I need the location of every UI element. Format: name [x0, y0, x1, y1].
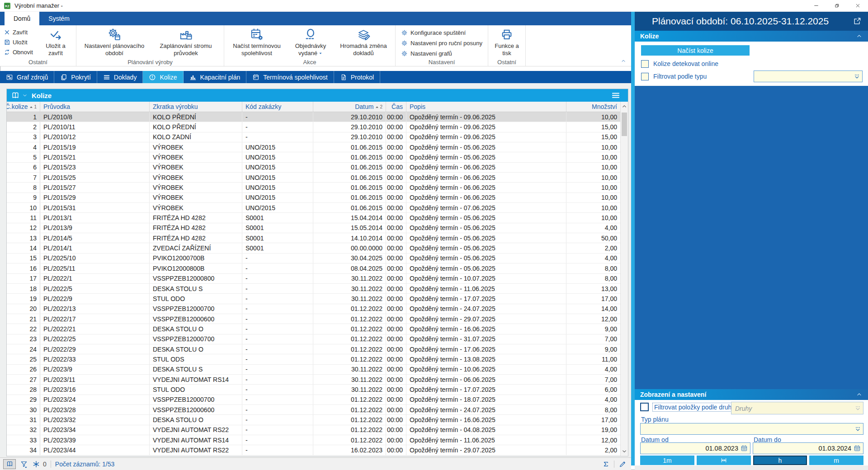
ribbon-button-nastaveni-planovaciho-obdobi[interactable]: Nastavení plánovacího období [80, 26, 149, 57]
view-tab-terminova-spolehlivost[interactable]: Termínová spolehlivost [246, 71, 334, 83]
table-row[interactable]: 29PL/2023/24VSSPPZEB12000700-01.12.20220… [7, 395, 620, 405]
collision-type-combo[interactable] [754, 70, 863, 82]
scroll-down-icon[interactable] [621, 448, 627, 454]
view-tab-doklady[interactable]: Doklady [97, 71, 143, 83]
ribbon-button-ulozit[interactable]: Uložit [4, 38, 36, 46]
grid-menu-icon[interactable] [611, 91, 621, 100]
druhy-combo[interactable]: Druhy [731, 402, 863, 414]
column-header-datum[interactable]: Datum2 [313, 102, 386, 112]
table-row[interactable]: 17PL/2022/1VSSPPZEB12000800-30.11.202200… [7, 274, 620, 284]
restore-button[interactable] [826, 0, 847, 11]
filter-by-kind-checkbox[interactable] [640, 403, 649, 411]
view-tab-kolize[interactable]: Kolize [143, 71, 183, 83]
datum-od-input[interactable]: 01.08.2023 [640, 442, 750, 454]
grid-scrollbar[interactable] [620, 102, 628, 456]
table-row[interactable]: 16PL/2025/11PVIKO12000800B-08.04.202500:… [7, 263, 620, 273]
table-row[interactable]: 4PL/2015/19VÝROBEKUNO/201501.06.201500:0… [7, 142, 620, 152]
table-row[interactable]: 21PL/2022/17VSSPPZEB12000600-01.12.20220… [7, 314, 620, 324]
table-row[interactable]: 11PL/2013/1FRITÉZA HD 4282S000115.04.201… [7, 213, 620, 223]
table-row[interactable]: 31PL/2023/32DESKA STOLU O-01.12.202200:0… [7, 415, 620, 425]
ribbon-button-zaplanovani-stromu-pruvodek[interactable]: Zaplánování stromu průvodek [151, 26, 220, 57]
table-row[interactable]: 23PL/2022/25VSSPPZEB12000700-01.12.20220… [7, 334, 620, 344]
panel-divider[interactable] [631, 12, 635, 465]
view-mode-button[interactable] [3, 459, 16, 469]
column-header-kod-zakazky[interactable]: Kód zakázky [242, 102, 313, 112]
online-detect-checkbox[interactable] [641, 60, 649, 68]
column-header-mnozstvi[interactable]: Množství [566, 102, 620, 112]
ribbon-button-hromadna-zmena-dokladu[interactable]: Hromadná změna dokladů [335, 26, 392, 57]
zoom-button-1m[interactable]: 1m [640, 456, 694, 465]
view-tab-pokryti[interactable]: Pokrytí [54, 71, 97, 83]
table-row[interactable]: 32PL/2023/34VYDEJNI AUTOMAT RS22-01.12.2… [7, 425, 620, 435]
typ-planu-combo[interactable] [640, 423, 863, 435]
sum-icon[interactable] [602, 460, 610, 468]
table-row[interactable]: 15PL/2025/10PVIKO12000700B-30.04.202500:… [7, 254, 620, 263]
load-collisions-button[interactable]: Načíst kolize [641, 45, 750, 56]
calendar-picker-icon[interactable] [854, 445, 861, 452]
column-header-pruvodka[interactable]: Průvodka [40, 102, 150, 112]
table-row[interactable]: 33PL/2023/39VYDEJNI AUTOMAT RS14-01.12.2… [7, 435, 620, 445]
table-row[interactable]: 14PL/2014/1ZVEDACÍ ZAŘÍZENÍS000100.00.00… [7, 243, 620, 253]
ribbon-button-ulozit-a-zavrit[interactable]: Uložit a zavřít [39, 26, 72, 57]
column-header-popis[interactable]: Popis [406, 102, 566, 112]
view-tab-protokol[interactable]: Protokol [334, 71, 380, 83]
table-row[interactable]: 34PL/2023/44VYDEJNI AUTOMAT RS22-16.02.2… [7, 445, 620, 455]
ribbon-button-funkce-a-tisk[interactable]: Funkce a tisk [492, 26, 522, 57]
ribbon-tab-domu[interactable]: Domů [5, 12, 39, 25]
close-button[interactable] [847, 0, 868, 11]
scrollbar-thumb[interactable] [622, 113, 627, 136]
scroll-up-icon[interactable] [621, 103, 627, 109]
table-row[interactable]: 25PL/2022/33STUL ODS-01.12.202200:00Opož… [7, 354, 620, 364]
table-row[interactable]: 6PL/2015/23VÝROBEKUNO/201501.06.201500:0… [7, 163, 620, 173]
table-row[interactable]: 19PL/2022/9STUL ODO-30.11.202200:00Opožd… [7, 294, 620, 304]
ribbon-collapse-icon[interactable] [620, 58, 627, 64]
table-row[interactable]: 27PL/2023/11VYDEJNI AUTOMAT RS14-30.11.2… [7, 375, 620, 385]
table-row[interactable]: 10PL/2015/31VÝROBEKUNO/201501.06.201500:… [7, 203, 620, 213]
datum-do-input[interactable]: 01.03.2024 [753, 442, 863, 454]
table-row[interactable]: 20PL/2022/13VSSPPZEB12000700-01.12.20220… [7, 304, 620, 314]
ribbon-button-nastaveni-grafu[interactable]: Nastavení grafů [401, 50, 482, 57]
book-icon[interactable] [11, 91, 20, 100]
zoom-button-m[interactable]: m [809, 456, 863, 465]
view-tab-kapacitni-plan[interactable]: Kapacitní plán [184, 71, 247, 83]
external-link-icon[interactable] [853, 17, 862, 26]
filter-by-type-checkbox[interactable] [641, 73, 649, 80]
ribbon-tab-system[interactable]: Systém [39, 12, 79, 25]
ribbon-button-konfigurace-spusteni[interactable]: Konfigurace spuštění [401, 29, 482, 36]
edit-pencil-icon[interactable] [618, 460, 627, 468]
kolize-section-header[interactable]: Kolize [635, 31, 868, 42]
ribbon-button-obnovit[interactable]: Obnovit [4, 48, 36, 56]
zobrazeni-section-header[interactable]: Zobrazení a nastavení [635, 389, 868, 400]
collapse-chevron-icon[interactable] [856, 33, 863, 39]
ribbon-button-nacist-terminovou-spolehlivost[interactable]: Načíst termínovou spolehlivost [228, 26, 286, 57]
table-row[interactable]: 28PL/2023/16STUL ODO-30.11.202200:00Opož… [7, 385, 620, 395]
table-row[interactable]: 22PL/2022/21DESKA STOLU O-01.12.202200:0… [7, 324, 620, 334]
table-row[interactable]: 26PL/2023/9DESKA STOLU S-30.11.202200:00… [7, 365, 620, 375]
ribbon-button-zavrit[interactable]: Zavřít [4, 28, 36, 36]
calendar-picker-icon[interactable] [741, 445, 748, 452]
ribbon-button-objednavky-vydane[interactable]: Objednávky vydané [288, 26, 333, 57]
table-row[interactable]: 12PL/2013/9FRITÉZA HD 4282S000115.05.201… [7, 223, 620, 233]
column-header-zkratka-vyrobku[interactable]: Zkratka výrobku [150, 102, 242, 112]
asterisk-icon[interactable] [32, 460, 40, 468]
column-header-c-kolize[interactable]: Č.kolize1 [7, 102, 40, 112]
table-row[interactable]: 8PL/2015/27VÝROBEKUNO/201501.06.201500:0… [7, 183, 620, 193]
column-header-cas[interactable]: Čas [386, 102, 406, 112]
minimize-button[interactable] [806, 0, 826, 11]
filter-icon[interactable] [20, 460, 28, 468]
table-row[interactable]: 30PL/2023/28VSSPPZEB12000600-01.12.20220… [7, 405, 620, 415]
view-tab-graf-zdroju[interactable]: Graf zdrojů [0, 71, 54, 83]
table-row[interactable]: 9PL/2015/29VÝROBEKUNO/201501.06.201500:0… [7, 193, 620, 203]
table-row[interactable]: 24PL/2022/29DESKA STOLU O-01.12.202200:0… [7, 344, 620, 354]
chevron-down-icon[interactable] [22, 93, 28, 98]
table-row[interactable]: 5PL/2015/21VÝROBEKUNO/201501.06.201500:0… [7, 152, 620, 162]
table-row[interactable]: 1PL/2010/8KOLO PŘEDNÍ-29.10.201000:00Opo… [7, 112, 620, 122]
zoom-button-range[interactable] [697, 456, 751, 465]
collapse-chevron-icon[interactable] [856, 391, 863, 398]
table-row[interactable]: 18PL/2022/5DESKA STOLU S-30.11.202200:00… [7, 284, 620, 294]
zoom-button-h[interactable]: h [753, 456, 807, 465]
ribbon-button-nastaveni-pro-rucni-posuny[interactable]: Nastavení pro ruční posuny [401, 40, 482, 47]
table-row[interactable]: 3PL/2010/12KOLO ZADNÍ-29.10.201000:00Opo… [7, 132, 620, 142]
table-row[interactable]: 2PL/2010/11KOLO PŘEDNÍ-29.10.201000:00Op… [7, 122, 620, 132]
table-row[interactable]: 13PL/2014/5FRITÉZA HD 4282S000114.10.201… [7, 233, 620, 243]
